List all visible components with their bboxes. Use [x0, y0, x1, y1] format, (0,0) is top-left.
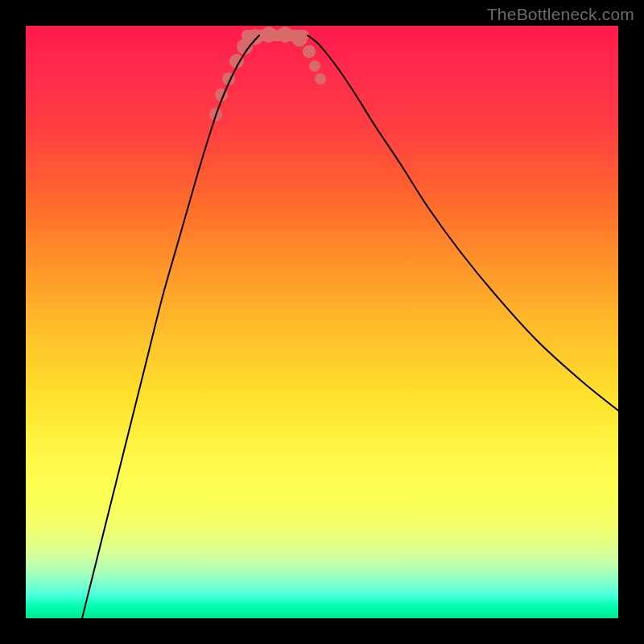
watermark-label: TheBottleneck.com	[487, 5, 634, 24]
marker-dot	[303, 45, 316, 58]
curve-left-curve	[82, 35, 259, 618]
marker-dot	[315, 73, 326, 85]
chart-svg	[26, 26, 618, 618]
plot-area	[26, 26, 618, 618]
curve-right-curve	[308, 35, 618, 411]
marker-dot	[309, 60, 320, 72]
curves-group	[82, 35, 618, 618]
chart-container: TheBottleneck.com	[0, 0, 644, 644]
